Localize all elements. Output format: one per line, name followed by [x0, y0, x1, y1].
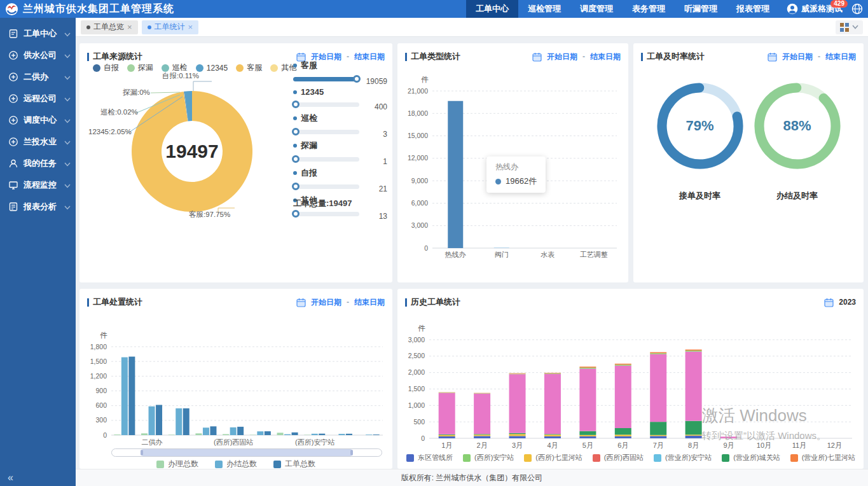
- tab-dot: [86, 25, 90, 29]
- slider-label: 12345: [293, 87, 387, 97]
- slider-handle[interactable]: [292, 210, 300, 218]
- calendar-icon[interactable]: [532, 52, 542, 62]
- sidebar-item-工单中心[interactable]: 工单中心: [0, 23, 76, 45]
- start-date-picker[interactable]: 开始日期: [311, 297, 341, 308]
- legend-item-办结总数[interactable]: 办结总数: [215, 459, 257, 469]
- calendar-icon[interactable]: [768, 52, 777, 62]
- start-date-picker[interactable]: 开始日期: [547, 52, 577, 62]
- start-date-picker[interactable]: 开始日期: [782, 52, 813, 62]
- scrollbar-left-handle[interactable]: [141, 450, 143, 455]
- svg-text:9月: 9月: [723, 441, 734, 449]
- end-date-picker[interactable]: 结束日期: [590, 52, 621, 62]
- layout-switch-button[interactable]: [836, 20, 863, 34]
- end-date-picker[interactable]: 结束日期: [825, 52, 856, 62]
- tabs: 工单总览×工单统计×: [81, 20, 202, 34]
- calendar-icon[interactable]: [824, 298, 834, 307]
- legend-item-(营业所)城关站[interactable]: (营业所)城关站: [722, 453, 780, 462]
- nav-item-调度管理[interactable]: 调度管理: [570, 0, 623, 18]
- sidebar-item-远程公司[interactable]: 远程公司: [0, 88, 76, 109]
- slider-line: 13: [293, 209, 387, 218]
- legend-label: (营业所)七里河站: [802, 453, 855, 462]
- panel-header: 工单类型统计 开始日期 - 结束日期: [397, 43, 628, 64]
- tab-close-icon[interactable]: ×: [127, 23, 132, 31]
- sidebar-item-label: 兰投水业: [24, 136, 64, 148]
- slider-handle[interactable]: [292, 155, 300, 163]
- user-area[interactable]: 威派格测试 429: [779, 0, 868, 18]
- legend-item-东区管线所[interactable]: 东区管线所: [406, 453, 453, 462]
- tab-label: 工单总览: [93, 22, 124, 32]
- slider-handle[interactable]: [292, 183, 300, 190]
- tab-工单统计[interactable]: 工单统计×: [142, 20, 199, 34]
- slider-track[interactable]: [293, 157, 359, 162]
- svg-text:件: 件: [100, 331, 107, 339]
- legend-item-(西所)西固站[interactable]: (西所)西固站: [593, 453, 644, 462]
- date-separator: -: [347, 298, 349, 307]
- source-slider-12345: 12345400: [293, 87, 387, 108]
- calendar-icon[interactable]: [296, 298, 306, 307]
- svg-text:1,200: 1,200: [90, 372, 107, 380]
- legend-item-办理总数[interactable]: 办理总数: [156, 459, 198, 469]
- sidebar-item-兰投水业[interactable]: 兰投水业: [0, 131, 76, 153]
- sidebar-collapse-button[interactable]: «: [8, 472, 13, 483]
- year-picker[interactable]: 2023: [839, 298, 856, 307]
- legend-item-工单总数[interactable]: 工单总数: [273, 459, 315, 469]
- chevron-down-icon: [64, 115, 71, 126]
- slider-track[interactable]: [293, 77, 359, 81]
- slider-track[interactable]: [293, 102, 359, 107]
- slider-track[interactable]: [293, 130, 359, 134]
- legend-item-12345[interactable]: 12345: [196, 62, 228, 73]
- sidebar-item-调度中心[interactable]: 调度中心: [0, 109, 76, 131]
- donut-callout: 客服:97.75%: [189, 210, 230, 219]
- sidebar-item-二供办[interactable]: 二供办: [0, 66, 76, 88]
- nav-item-表务管理[interactable]: 表务管理: [623, 0, 675, 18]
- sidebar-item-流程监控[interactable]: 流程监控: [0, 174, 76, 196]
- slider-handle[interactable]: [292, 128, 300, 135]
- source-slider-自报: 自报21: [293, 167, 387, 190]
- slider-value: 13: [362, 212, 387, 221]
- sidebar-item-报表分析[interactable]: 报表分析: [0, 196, 76, 218]
- sidebar-item-label: 流程监控: [24, 179, 64, 191]
- slider-track[interactable]: [293, 212, 359, 216]
- nav-item-巡检管理[interactable]: 巡检管理: [518, 0, 570, 18]
- nav-item-报表管理[interactable]: 报表管理: [727, 0, 779, 18]
- sidebar-item-供水公司[interactable]: 供水公司: [0, 45, 76, 66]
- legend-swatch: [162, 64, 169, 72]
- tab-工单总览[interactable]: 工单总览×: [81, 20, 138, 34]
- source-slider-客服: 客服19059: [293, 60, 387, 83]
- legend-label: 工单总数: [285, 459, 315, 469]
- brand: 兰州城市供水集团工单管理系统: [0, 3, 174, 16]
- chart-scrollbar[interactable]: [111, 448, 382, 457]
- date-separator: -: [582, 52, 585, 61]
- legend-item-(西所)安宁站[interactable]: (西所)安宁站: [463, 453, 514, 462]
- legend-item-(西所)七里河站[interactable]: (西所)七里河站: [524, 453, 582, 462]
- slider-handle[interactable]: [292, 101, 300, 108]
- slider-value: 1: [362, 157, 387, 166]
- slider-handle[interactable]: [353, 75, 361, 83]
- globe-icon[interactable]: [851, 3, 863, 15]
- tab-close-icon[interactable]: ×: [188, 23, 193, 31]
- svg-text:12,000: 12,000: [408, 154, 428, 162]
- slider-track[interactable]: [293, 184, 359, 189]
- svg-text:1,500: 1,500: [90, 358, 107, 365]
- panel-timeliness: 工单及时率统计 开始日期 - 结束日期 79%接单及时率88%办结及时率: [633, 43, 864, 282]
- legend-item-探漏[interactable]: 探漏: [127, 62, 153, 73]
- slider-value: 400: [362, 102, 387, 111]
- end-date-picker[interactable]: 结束日期: [354, 297, 385, 308]
- disposal-legend: 办理总数办结总数工单总数: [79, 459, 392, 469]
- legend-item-(营业所)七里河站[interactable]: (营业所)七里河站: [790, 453, 855, 462]
- user-icon: [8, 158, 18, 169]
- nav-item-听漏管理[interactable]: 听漏管理: [675, 0, 727, 18]
- scrollbar-right-handle[interactable]: [350, 450, 353, 455]
- gauge-percent: 79%: [652, 118, 748, 134]
- gauges: 79%接单及时率88%办结及时率: [633, 78, 864, 202]
- legend-item-(营业所)安宁站[interactable]: (营业所)安宁站: [654, 453, 712, 462]
- sidebar-item-label: 工单中心: [24, 28, 64, 39]
- panel-work-order-type: 工单类型统计 开始日期 - 结束日期 03,0006,0009,00012,00…: [397, 43, 628, 282]
- legend-item-客服[interactable]: 客服: [236, 62, 262, 73]
- legend-item-自报[interactable]: 自报: [93, 62, 119, 73]
- svg-text:工艺调整: 工艺调整: [580, 251, 608, 258]
- sidebar-item-我的任务[interactable]: 我的任务: [0, 153, 76, 174]
- svg-text:2,000: 2,000: [408, 368, 425, 376]
- scrollbar-window[interactable]: [142, 449, 352, 456]
- nav-item-工单中心[interactable]: 工单中心: [466, 0, 518, 18]
